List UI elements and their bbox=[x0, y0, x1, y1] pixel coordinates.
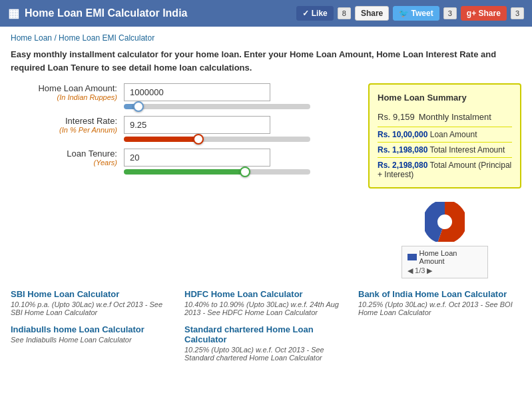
link-item: Standard chartered Home Loan Calculator … bbox=[184, 324, 348, 362]
interest-rate-slider-row bbox=[11, 137, 355, 142]
summary-title: Home Loan Summary bbox=[378, 93, 512, 103]
loan-tenure-slider-thumb[interactable] bbox=[240, 167, 250, 177]
like-button[interactable]: ✓ Like bbox=[296, 6, 333, 21]
summary-total-interest: Rs. 1,198,080 Total Interest Amount bbox=[378, 142, 512, 155]
link-desc: 10.25% (Upto 30Lac) w.e.f. Oct 2013 - Se… bbox=[358, 300, 521, 316]
summary-total-amount: Rs. 2,198,080 Total Amount (Principal + … bbox=[378, 157, 512, 179]
loan-tenure-slider-row bbox=[11, 169, 355, 175]
legend-color-box bbox=[407, 254, 417, 260]
loan-amount-label: Home Loan Amount: (In Indian Ruppes) bbox=[11, 83, 117, 101]
like-count: 8 bbox=[338, 7, 351, 19]
breadcrumb-home-loan[interactable]: Home Loan bbox=[11, 33, 52, 43]
monthly-instalment-value: Rs. 9,159 Monthly Instalment bbox=[378, 107, 512, 124]
loan-tenure-input[interactable] bbox=[124, 149, 270, 167]
share-button[interactable]: Share bbox=[355, 6, 389, 21]
tweet-count: 3 bbox=[443, 7, 457, 19]
gplus-count: 3 bbox=[511, 7, 524, 19]
interest-rate-label: Interest Rate: (In % Per Annum) bbox=[11, 116, 117, 134]
link-item: Bank of India Home Loan Calculator 10.25… bbox=[358, 289, 521, 316]
chart-nav[interactable]: ◀ 1/3 ▶ bbox=[407, 266, 482, 275]
header-title-group: ▦ Home Loan EMI Calculator India bbox=[8, 6, 187, 21]
main-content: Home Loan / Home Loan EMI Calculator Eas… bbox=[0, 27, 532, 368]
summary-loan-amount: Rs. 10,00,000 Loan Amount bbox=[378, 127, 512, 139]
calculator-area: Home Loan Amount: (In Indian Ruppes) Int… bbox=[11, 83, 521, 278]
description-text: Easy monthly installment calculator for … bbox=[11, 48, 521, 74]
chart-legend: Home Loan Amount ◀ 1/3 ▶ bbox=[401, 246, 488, 278]
page-title: Home Loan EMI Calculator India bbox=[25, 7, 187, 19]
loan-amount-input[interactable] bbox=[124, 83, 270, 101]
link-title[interactable]: Bank of India Home Loan Calculator bbox=[358, 289, 507, 299]
calculator-inputs: Home Loan Amount: (In Indian Ruppes) Int… bbox=[11, 83, 355, 278]
grid-icon: ▦ bbox=[8, 6, 19, 21]
loan-tenure-label: Loan Tenure: (Years) bbox=[11, 149, 117, 167]
chart-area: Home Loan Amount ◀ 1/3 ▶ bbox=[368, 202, 521, 278]
loan-amount-slider-track[interactable] bbox=[124, 104, 310, 109]
loan-tenure-slider-track[interactable] bbox=[124, 169, 310, 175]
link-title[interactable]: HDFC Home Loan Calculator bbox=[184, 289, 303, 299]
social-buttons: ✓ Like 8 Share 🐦 Tweet 3 g+ Share 3 bbox=[296, 6, 524, 21]
link-desc: 10.25% (Upto 30Lac) w.e.f. Oct 2013 - Se… bbox=[184, 346, 348, 362]
loan-amount-row: Home Loan Amount: (In Indian Ruppes) bbox=[11, 83, 355, 101]
link-title[interactable]: SBI Home Loan Calculator bbox=[11, 289, 119, 299]
tweet-button[interactable]: 🐦 Tweet bbox=[393, 6, 439, 21]
link-desc: See Indiabulls Home Loan Calculator bbox=[11, 336, 174, 344]
pie-chart bbox=[425, 202, 465, 242]
interest-rate-input[interactable] bbox=[124, 116, 270, 134]
link-desc: 10.10% p.a. (Upto 30Lac) w.e.f Oct 2013 … bbox=[11, 300, 174, 316]
summary-box: Home Loan Summary Rs. 9,159 Monthly Inst… bbox=[368, 83, 521, 189]
link-item: HDFC Home Loan Calculator 10.40% to 10.9… bbox=[184, 289, 348, 316]
breadcrumb-current: Home Loan EMI Calculator bbox=[59, 33, 154, 43]
loan-tenure-row: Loan Tenure: (Years) bbox=[11, 149, 355, 167]
link-title[interactable]: Indiabulls home Loan Calculator bbox=[11, 324, 144, 334]
svg-point-2 bbox=[439, 216, 450, 227]
link-item: SBI Home Loan Calculator 10.10% p.a. (Up… bbox=[11, 289, 174, 316]
loan-amount-slider-row bbox=[11, 104, 355, 109]
interest-rate-slider-track[interactable] bbox=[124, 137, 310, 142]
interest-rate-slider-thumb[interactable] bbox=[193, 134, 204, 145]
links-section: SBI Home Loan Calculator 10.10% p.a. (Up… bbox=[11, 289, 521, 362]
legend-label: Home Loan Amount bbox=[419, 249, 482, 265]
link-desc: 10.40% to 10.90% (Upto 30Lac) w.e.f. 24t… bbox=[184, 300, 348, 316]
breadcrumb: Home Loan / Home Loan EMI Calculator bbox=[11, 33, 521, 43]
link-item: Indiabulls home Loan Calculator See Indi… bbox=[11, 324, 174, 362]
interest-rate-row: Interest Rate: (In % Per Annum) bbox=[11, 116, 355, 134]
link-title[interactable]: Standard chartered Home Loan Calculator bbox=[184, 324, 314, 344]
loan-amount-slider-thumb[interactable] bbox=[133, 101, 144, 112]
legend-item: Home Loan Amount bbox=[407, 249, 482, 265]
header: ▦ Home Loan EMI Calculator India ✓ Like … bbox=[0, 0, 532, 27]
gplus-button[interactable]: g+ Share bbox=[461, 6, 507, 21]
